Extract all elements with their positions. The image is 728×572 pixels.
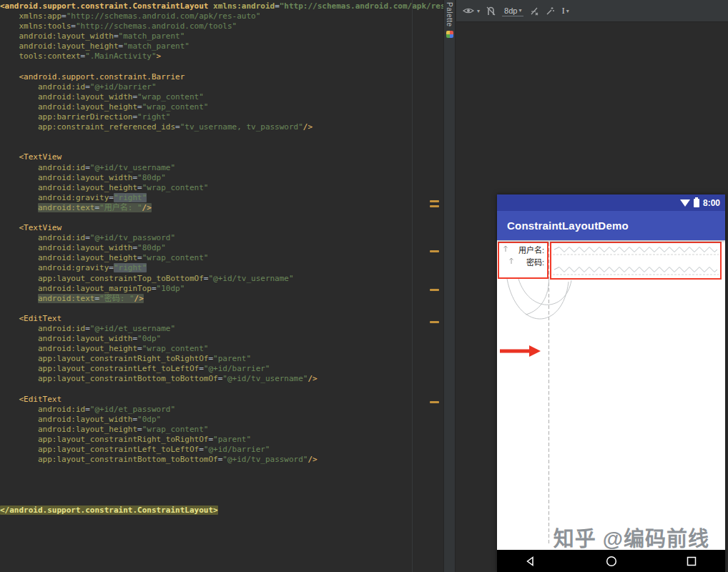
chevron-down-icon[interactable]: ▾ (477, 8, 480, 14)
blueprint-overlay (497, 240, 725, 550)
code-line[interactable]: android:id="@+id/et_username" (0, 324, 443, 334)
code-line[interactable]: app:layout_constraintBottom_toBottomOf="… (0, 455, 443, 465)
edittext-width-spring (554, 247, 717, 252)
cursor-label: I (561, 5, 564, 16)
code-line[interactable]: android:id="@+id/tv_username" (0, 163, 443, 173)
code-line[interactable]: android:layout_height="wrap_content" (0, 425, 443, 435)
code-line[interactable]: android:gravity="right" (0, 193, 443, 203)
palette-tool-stripe: Palette (443, 0, 456, 572)
editor-margin-guide (412, 0, 413, 572)
code-line[interactable]: <TextView (0, 152, 443, 162)
clear-constraints-icon[interactable] (530, 6, 539, 16)
scrollbar-change-mark[interactable] (430, 250, 439, 252)
preview-app-bar: ConstraintLayoutDemo (497, 211, 725, 240)
code-line[interactable]: app:layout_constraintLeft_toLeftOf="@+id… (0, 445, 443, 455)
palette-label: Palette (446, 2, 453, 27)
edittext-width-spring (554, 267, 717, 272)
code-line[interactable]: xmlns:tools="http://schemas.android.com/… (0, 21, 443, 31)
textview-password[interactable]: 密码: (499, 256, 546, 267)
code-line[interactable]: android:text="用户名: "/> (0, 203, 443, 213)
status-time: 8:00 (703, 198, 720, 208)
chevron-down-icon: ▾ (566, 8, 569, 14)
code-line[interactable]: android:id="@+id/tv_password" (0, 233, 443, 243)
code-line[interactable]: android:layout_height="wrap_content" (0, 183, 443, 193)
xml-editor[interactable]: <android.support.constraint.ConstraintLa… (0, 0, 443, 572)
code-line[interactable]: android:layout_marginTop="10dp" (0, 284, 443, 294)
wifi-icon (680, 199, 690, 207)
code-line[interactable]: android:layout_width="wrap_content" (0, 92, 443, 102)
default-margins-value: 8dp (504, 6, 517, 15)
code-line[interactable]: android:layout_width="80dp" (0, 243, 443, 253)
code-line[interactable]: android:text="密码: "/> (0, 294, 443, 304)
code-line[interactable]: </android.support.constraint.ConstraintL… (0, 506, 443, 516)
code-line[interactable]: android:layout_height="wrap_content" (0, 253, 443, 263)
annotation-arrow (500, 345, 541, 357)
design-surface[interactable]: ▾ 8dp▾ I▾ 8:00 C (456, 0, 728, 572)
code-line[interactable]: <android.support.constraint.Barrier (0, 72, 443, 82)
battery-icon (694, 199, 699, 207)
preview-nav-bar (497, 550, 725, 572)
code-line[interactable]: app:layout_constraintRight_toRightOf="pa… (0, 354, 443, 364)
code-line[interactable] (0, 304, 443, 314)
scrollbar-change-mark[interactable] (430, 321, 439, 323)
text-cursor-dropdown[interactable]: I▾ (561, 5, 569, 16)
selection-box-edittexts[interactable] (551, 242, 721, 279)
home-icon (605, 555, 618, 568)
watermark: 知乎 @编码前线 (554, 522, 709, 550)
code-line[interactable] (0, 485, 443, 495)
scrollbar-change-mark[interactable] (430, 289, 439, 291)
code-line[interactable]: <android.support.constraint.ConstraintLa… (0, 1, 443, 11)
back-icon (524, 555, 537, 568)
code-line[interactable]: app:layout_constraintTop_toBottomOf="@+i… (0, 274, 443, 284)
recents-icon (685, 555, 698, 568)
code-line[interactable]: xmlns:app="http://schemas.android.com/ap… (0, 11, 443, 21)
code-line[interactable] (0, 142, 443, 152)
default-margins-dropdown[interactable]: 8dp▾ (502, 6, 523, 16)
code-line[interactable] (0, 465, 443, 475)
code-line[interactable]: app:barrierDirection="right" (0, 112, 443, 122)
code-line[interactable]: app:layout_constraintRight_toRightOf="pa… (0, 435, 443, 445)
view-options-icon[interactable] (463, 6, 474, 15)
code-line[interactable]: app:layout_constraintLeft_toLeftOf="@+id… (0, 364, 443, 374)
code-line[interactable] (0, 62, 443, 72)
code-line[interactable]: android:layout_width="match_parent" (0, 31, 443, 41)
design-toolbar: ▾ 8dp▾ I▾ (456, 0, 728, 22)
code-lines: <android.support.constraint.ConstraintLa… (0, 1, 443, 516)
code-line[interactable]: tools:context=".MainActivity"> (0, 51, 443, 61)
textview-username[interactable]: 用户名: (499, 244, 546, 255)
constraint-arc (507, 279, 569, 319)
scrollbar-change-mark[interactable] (430, 401, 439, 403)
preview-status-bar: 8:00 (497, 194, 725, 211)
code-line[interactable] (0, 475, 443, 485)
infer-constraints-icon[interactable] (546, 6, 555, 16)
autoconnect-icon[interactable] (486, 6, 496, 16)
code-line[interactable] (0, 213, 443, 223)
app-title: ConstraintLayoutDemo (507, 220, 629, 232)
code-line[interactable]: <TextView (0, 223, 443, 233)
code-line[interactable]: android:layout_width="0dp" (0, 334, 443, 344)
code-line[interactable]: <EditText (0, 314, 443, 324)
code-line[interactable]: android:layout_width="80dp" (0, 173, 443, 183)
code-line[interactable] (0, 495, 443, 506)
code-line[interactable]: android:id="@+id/barrier" (0, 82, 443, 92)
code-line[interactable]: <EditText (0, 395, 443, 405)
code-line[interactable]: app:layout_constraintBottom_toBottomOf="… (0, 374, 443, 384)
editor-scrollbar[interactable] (430, 0, 441, 572)
chevron-down-icon: ▾ (518, 7, 521, 14)
code-line[interactable]: android:layout_height="wrap_content" (0, 102, 443, 112)
scrollbar-change-mark[interactable] (430, 200, 439, 202)
device-preview[interactable]: 8:00 ConstraintLayoutDemo (497, 194, 725, 572)
android-studio-window: <android.support.constraint.ConstraintLa… (0, 0, 728, 572)
palette-icon (446, 31, 453, 38)
code-line[interactable]: android:layout_width="0dp" (0, 415, 443, 425)
code-line[interactable]: app:constraint_referenced_ids="tv_userna… (0, 122, 443, 132)
preview-canvas[interactable]: 用户名: 密码: 知乎 @编码前线 (497, 240, 725, 550)
code-line[interactable] (0, 132, 443, 142)
code-line[interactable]: android:layout_height="match_parent" (0, 41, 443, 51)
code-line[interactable] (0, 385, 443, 395)
scrollbar-change-mark[interactable] (430, 205, 439, 207)
palette-tool-button[interactable]: Palette (444, 0, 455, 38)
code-line[interactable]: android:id="@+id/et_password" (0, 405, 443, 415)
code-line[interactable]: android:layout_height="wrap_content" (0, 344, 443, 354)
code-line[interactable]: android:gravity="right" (0, 263, 443, 273)
